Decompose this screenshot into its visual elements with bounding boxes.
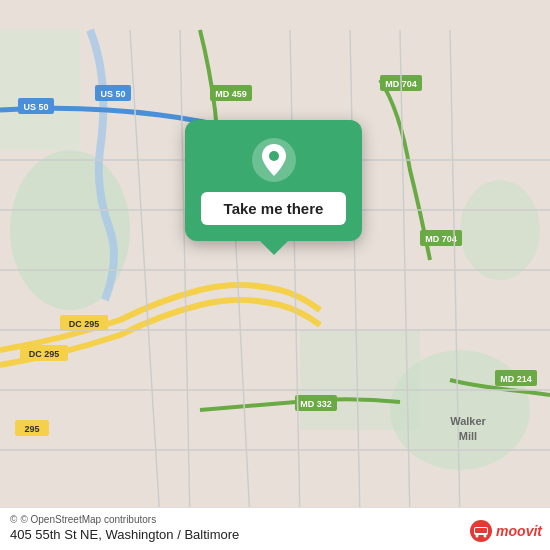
osm-attribution: © © OpenStreetMap contributors [10, 514, 540, 525]
map-svg: DC 295 DC 295 295 US 50 US 50 MD 459 MD … [0, 0, 550, 550]
svg-point-42 [269, 151, 279, 161]
svg-text:US 50: US 50 [100, 89, 125, 99]
bottom-info-bar: © © OpenStreetMap contributors 405 55th … [0, 507, 550, 550]
moovit-label: moovit [496, 523, 542, 539]
svg-text:Walker: Walker [450, 415, 486, 427]
moovit-logo: moovit [470, 520, 542, 542]
svg-text:US 50: US 50 [23, 102, 48, 112]
svg-rect-2 [0, 30, 80, 150]
svg-rect-5 [300, 330, 420, 430]
location-pin-icon [252, 138, 296, 182]
svg-text:DC 295: DC 295 [69, 319, 100, 329]
map-container: DC 295 DC 295 295 US 50 US 50 MD 459 MD … [0, 0, 550, 550]
address-text: 405 55th St NE, Washington / Baltimore [10, 527, 540, 542]
svg-point-4 [460, 180, 540, 280]
svg-text:DC 295: DC 295 [29, 349, 60, 359]
popup-card: Take me there [185, 120, 362, 241]
svg-text:295: 295 [24, 424, 39, 434]
svg-text:Mill: Mill [459, 430, 477, 442]
svg-text:MD 332: MD 332 [300, 399, 332, 409]
take-me-there-button[interactable]: Take me there [201, 192, 346, 225]
copyright-icon: © [10, 514, 17, 525]
svg-text:MD 214: MD 214 [500, 374, 532, 384]
svg-text:MD 459: MD 459 [215, 89, 247, 99]
moovit-bus-icon [470, 520, 492, 542]
svg-point-47 [484, 535, 487, 538]
svg-point-46 [476, 535, 479, 538]
svg-rect-45 [475, 528, 487, 533]
svg-text:MD 704: MD 704 [425, 234, 457, 244]
